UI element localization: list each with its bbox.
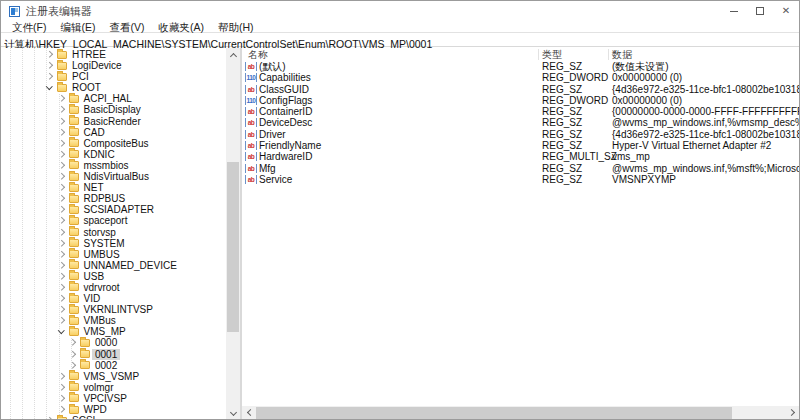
- tree-item-vdrvroot[interactable]: vdrvroot: [1, 282, 226, 293]
- value-row-FriendlyName[interactable]: abFriendlyNameREG_SZHyper-V Virtual Ethe…: [242, 140, 799, 151]
- value-row-ConfigFlags[interactable]: 110ConfigFlagsREG_DWORD0x00000000 (0): [242, 95, 799, 106]
- tree-item-RDPBUS[interactable]: RDPBUS: [1, 193, 226, 204]
- chevron-collapsed-icon[interactable]: [58, 184, 64, 190]
- tree-item-NdisVirtualBus[interactable]: NdisVirtualBus: [1, 171, 226, 182]
- chevron-collapsed-icon[interactable]: [58, 195, 64, 201]
- chevron-collapsed-icon[interactable]: [58, 173, 64, 179]
- chevron-collapsed-icon[interactable]: [58, 251, 64, 257]
- chevron-expanded-icon[interactable]: [58, 327, 64, 333]
- chevron-collapsed-icon[interactable]: [58, 217, 64, 223]
- chevron-collapsed-icon[interactable]: [46, 73, 52, 79]
- tree-item-mssmbios[interactable]: mssmbios: [1, 160, 226, 171]
- tree-item-CAD[interactable]: CAD: [1, 127, 226, 138]
- chevron-collapsed-icon[interactable]: [58, 373, 64, 379]
- chevron-collapsed-icon[interactable]: [58, 229, 64, 235]
- list-horizontal-scrollbar[interactable]: [242, 406, 799, 420]
- column-header-data[interactable]: 数据: [612, 48, 632, 61]
- tree-item-PCI[interactable]: PCI: [1, 71, 226, 82]
- menu-item-edit[interactable]: 编辑(E): [53, 21, 102, 33]
- tree-item-VMS_MP[interactable]: VMS_MP: [1, 326, 226, 337]
- tree-item-KDNIC[interactable]: KDNIC: [1, 149, 226, 160]
- value-row-ClassGUID[interactable]: abClassGUIDREG_SZ{4d36e972-e325-11ce-bfc…: [242, 84, 799, 95]
- chevron-collapsed-icon[interactable]: [58, 95, 64, 101]
- value-row-DeviceDesc[interactable]: abDeviceDescREG_SZ@wvms_mp_windows.inf,%…: [242, 117, 799, 128]
- scroll-up-button[interactable]: [226, 48, 240, 61]
- chevron-collapsed-icon[interactable]: [58, 162, 64, 168]
- chevron-collapsed-icon[interactable]: [58, 129, 64, 135]
- chevron-collapsed-icon[interactable]: [58, 395, 64, 401]
- tree-item-LogiDevice[interactable]: LogiDevice: [1, 60, 226, 71]
- tree-item-USB[interactable]: USB: [1, 271, 226, 282]
- chevron-collapsed-icon[interactable]: [69, 362, 75, 368]
- tree-item-VMBus[interactable]: VMBus: [1, 315, 226, 326]
- minimize-button[interactable]: [721, 1, 747, 21]
- value-data: 0x00000000 (0): [612, 95, 682, 106]
- tree-item-0000[interactable]: 0000: [1, 337, 226, 348]
- tree-item-0001[interactable]: 0001: [1, 349, 226, 360]
- value-row-Mfg[interactable]: abMfgREG_SZ@wvms_mp_windows.inf,%msft%;M…: [242, 163, 799, 174]
- list-scrollbar-thumb[interactable]: [256, 407, 732, 419]
- chevron-collapsed-icon[interactable]: [58, 240, 64, 246]
- scroll-right-button[interactable]: [785, 406, 799, 419]
- chevron-collapsed-icon[interactable]: [58, 273, 64, 279]
- column-separator[interactable]: [608, 49, 609, 60]
- close-button[interactable]: ✕: [773, 1, 799, 21]
- tree-item-VID[interactable]: VID: [1, 293, 226, 304]
- chevron-collapsed-icon[interactable]: [58, 284, 64, 290]
- tree-item-SCSIADAPTER[interactable]: SCSIADAPTER: [1, 204, 226, 215]
- tree-item-SYSTEM[interactable]: SYSTEM: [1, 238, 226, 249]
- menu-item-view[interactable]: 查看(V): [102, 21, 151, 33]
- chevron-collapsed-icon[interactable]: [46, 51, 52, 57]
- chevron-collapsed-icon[interactable]: [69, 351, 75, 357]
- maximize-button[interactable]: [747, 1, 773, 21]
- scroll-left-button[interactable]: [242, 406, 256, 419]
- tree-vertical-scrollbar[interactable]: [226, 48, 240, 420]
- tree-item-ROOT[interactable]: ROOT: [1, 82, 226, 93]
- tree-item-VPCIVSP[interactable]: VPCIVSP: [1, 393, 226, 404]
- menu-item-help[interactable]: 帮助(H): [211, 21, 261, 33]
- tree-item-0002[interactable]: 0002: [1, 360, 226, 371]
- chevron-collapsed-icon[interactable]: [58, 107, 64, 113]
- chevron-collapsed-icon[interactable]: [58, 384, 64, 390]
- menu-item-file[interactable]: 文件(F): [5, 21, 53, 33]
- tree-item-SCSI[interactable]: SCSI: [1, 415, 226, 420]
- tree-item-NET[interactable]: NET: [1, 182, 226, 193]
- tree-item-ACPI_HAL[interactable]: ACPI_HAL: [1, 93, 226, 104]
- tree-item-storvsp[interactable]: storvsp: [1, 227, 226, 238]
- chevron-collapsed-icon[interactable]: [58, 295, 64, 301]
- tree-item-BasicRender[interactable]: BasicRender: [1, 116, 226, 127]
- chevron-collapsed-icon[interactable]: [58, 262, 64, 268]
- tree-item-UMBUS[interactable]: UMBUS: [1, 249, 226, 260]
- chevron-collapsed-icon[interactable]: [69, 340, 75, 346]
- tree-item-UNNAMED_DEVICE[interactable]: UNNAMED_DEVICE: [1, 260, 226, 271]
- chevron-collapsed-icon[interactable]: [58, 406, 64, 412]
- chevron-collapsed-icon[interactable]: [58, 118, 64, 124]
- column-header-type[interactable]: 类型: [542, 48, 562, 61]
- chevron-collapsed-icon[interactable]: [58, 140, 64, 146]
- menu-item-favorites[interactable]: 收藏夹(A): [151, 21, 211, 33]
- value-row-Service[interactable]: abServiceREG_SZVMSNPXYMP: [242, 174, 799, 185]
- value-row-Driver[interactable]: abDriverREG_SZ{4d36e972-e325-11ce-bfc1-0…: [242, 129, 799, 140]
- value-row-Capabilities[interactable]: 110CapabilitiesREG_DWORD0x00000000 (0): [242, 72, 799, 83]
- value-row-()[interactable]: ab(默认)REG_SZ(数值未设置): [242, 61, 799, 72]
- tree-item-WPD[interactable]: WPD: [1, 404, 226, 415]
- chevron-collapsed-icon[interactable]: [58, 306, 64, 312]
- tree-item-CompositeBus[interactable]: CompositeBus: [1, 138, 226, 149]
- chevron-expanded-icon[interactable]: [46, 83, 52, 89]
- tree-item-BasicDisplay[interactable]: BasicDisplay: [1, 104, 226, 115]
- tree-item-volmgr[interactable]: volmgr: [1, 382, 226, 393]
- tree-item-spaceport[interactable]: spaceport: [1, 215, 226, 226]
- chevron-collapsed-icon[interactable]: [46, 62, 52, 68]
- value-row-ContainerID[interactable]: abContainerIDREG_SZ{00000000-0000-0000-F…: [242, 106, 799, 117]
- tree-item-VKRNLINTVSP[interactable]: VKRNLINTVSP: [1, 304, 226, 315]
- column-separator[interactable]: [538, 49, 539, 60]
- scroll-down-button[interactable]: [226, 407, 240, 420]
- column-header-name[interactable]: 名称: [248, 48, 268, 61]
- chevron-collapsed-icon[interactable]: [58, 317, 64, 323]
- chevron-collapsed-icon[interactable]: [58, 151, 64, 157]
- tree-item-VMS_VSMP[interactable]: VMS_VSMP: [1, 371, 226, 382]
- tree-item-HTREE[interactable]: HTREE: [1, 49, 226, 60]
- value-row-HardwareID[interactable]: abHardwareIDREG_MULTI_SZvms_mp: [242, 151, 799, 162]
- chevron-collapsed-icon[interactable]: [58, 206, 64, 212]
- tree-scrollbar-thumb[interactable]: [227, 162, 239, 332]
